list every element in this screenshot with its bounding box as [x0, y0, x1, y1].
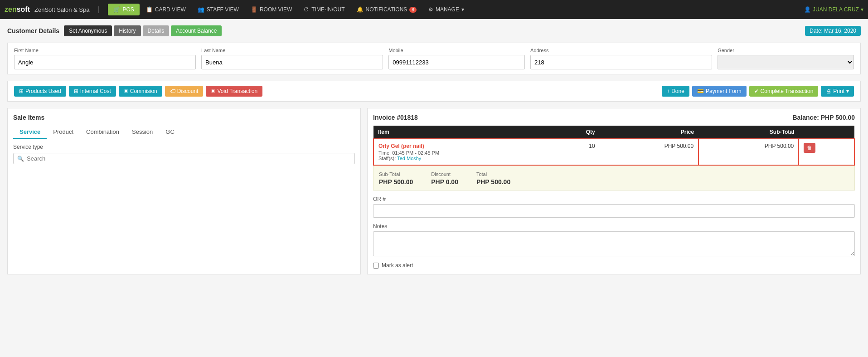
total-label: Total	[476, 171, 487, 177]
nav-staff-view[interactable]: 👥 STAFF VIEW	[192, 4, 244, 15]
first-name-group: First Name	[14, 48, 196, 69]
print-button[interactable]: 🖨 Print ▾	[821, 86, 854, 97]
commission-button[interactable]: ✖ Commision	[119, 86, 162, 97]
item-staff: Staff(s): Ted Mosby	[378, 156, 548, 161]
search-icon: 🔍	[17, 156, 24, 162]
or-label: OR #	[373, 196, 855, 202]
main-content: Customer Details Set Anonymous History D…	[0, 19, 868, 281]
nav-notifications[interactable]: 🔔 NOTIFICATIONS 8	[351, 4, 422, 15]
brand-name: ZenSoft Salon & Spa	[34, 6, 99, 13]
total-group: Total PHP 500.00	[476, 171, 510, 186]
col-price: Price	[600, 126, 699, 139]
customer-form: First Name Last Name Mobile Address Gend…	[7, 43, 861, 74]
user-icon: 👤	[804, 6, 811, 13]
account-balance-button[interactable]: Account Balance	[171, 25, 222, 36]
nav-card-view[interactable]: 📋 CARD VIEW	[141, 4, 191, 15]
date-badge: Date: Mar 16, 2020	[805, 26, 861, 36]
void-transaction-button[interactable]: ✖ Void Transaction	[206, 86, 262, 97]
complete-transaction-button[interactable]: ✔ Complete Transaction	[749, 86, 819, 97]
item-qty: 10	[553, 139, 599, 165]
commission-icon: ✖	[124, 88, 128, 94]
nav-pos[interactable]: 🛒 POS	[108, 4, 139, 15]
nav-items: 🛒 POS 📋 CARD VIEW 👥 STAFF VIEW 🚪 ROOM VI…	[108, 4, 804, 15]
address-label: Address	[530, 48, 712, 53]
user-menu[interactable]: 👤 JUAN DELA CRUZ ▾	[804, 6, 863, 13]
set-anonymous-button[interactable]: Set Anonymous	[64, 25, 112, 36]
tab-gc[interactable]: GC	[159, 126, 181, 139]
col-subtotal: Sub-Total	[698, 126, 799, 139]
action-buttons-row: ⊞ Products Used ⊞ Internal Cost ✖ Commis…	[7, 81, 861, 102]
pos-icon: 🛒	[113, 6, 120, 13]
discount-button[interactable]: 🏷 Discount	[165, 86, 204, 97]
invoice-panel: Invoice #01818 Balance: PHP 500.00 Item …	[367, 108, 861, 274]
invoice-table: Item Qty Price Sub-Total Orly Gel (per n…	[373, 126, 855, 166]
nav-time-in-out[interactable]: ⏱ TIME-IN/OUT	[298, 4, 350, 15]
sale-items-title: Sale Items	[13, 114, 355, 121]
tab-product[interactable]: Product	[47, 126, 80, 139]
sale-items-tabs: Service Product Combination Session GC	[13, 126, 355, 139]
address-group: Address	[530, 48, 712, 69]
tab-session[interactable]: Session	[126, 126, 159, 139]
notification-icon: 🔔	[357, 6, 364, 13]
right-action-buttons: + Done 💳 Payment Form ✔ Complete Transac…	[662, 86, 854, 97]
notes-textarea[interactable]	[373, 231, 855, 256]
manage-dropdown-icon: ▾	[461, 6, 464, 13]
complete-label: Complete Transaction	[761, 88, 814, 94]
nav-room-view[interactable]: 🚪 ROOM VIEW	[245, 4, 297, 15]
gender-label: Gender	[718, 48, 854, 53]
print-dropdown-icon: ▾	[846, 88, 849, 94]
complete-icon: ✔	[754, 88, 759, 94]
discount-label: Discount	[177, 88, 199, 94]
details-button[interactable]: Details	[143, 25, 170, 36]
first-name-label: First Name	[14, 48, 196, 53]
discount-label: Discount	[431, 171, 451, 177]
commission-label: Commision	[130, 88, 157, 94]
notes-section: Notes	[373, 223, 855, 258]
app-logo: zensoft	[5, 5, 30, 14]
item-description: Orly Gel (per nail) Time: 01:45 PM - 02:…	[373, 139, 553, 165]
last-name-input[interactable]	[201, 55, 383, 69]
history-button[interactable]: History	[114, 25, 141, 36]
or-input[interactable]	[373, 204, 855, 218]
invoice-number: Invoice #01818	[373, 114, 418, 121]
last-name-group: Last Name	[201, 48, 383, 69]
tab-service[interactable]: Service	[13, 126, 47, 139]
products-used-icon: ⊞	[19, 88, 24, 94]
col-qty: Qty	[553, 126, 599, 139]
gender-group: Gender Male Female	[718, 48, 854, 69]
address-input[interactable]	[530, 55, 712, 69]
item-name: Orly Gel (per nail)	[378, 143, 548, 149]
internal-cost-icon: ⊞	[74, 88, 78, 94]
tab-combination[interactable]: Combination	[80, 126, 126, 139]
col-item: Item	[373, 126, 553, 139]
search-box[interactable]: 🔍	[13, 153, 355, 164]
nav-room-view-label: ROOM VIEW	[260, 6, 292, 13]
nav-time-label: TIME-IN/OUT	[311, 6, 344, 13]
staff-view-icon: 👥	[198, 6, 204, 13]
delete-item-button[interactable]: 🗑	[804, 143, 815, 153]
mark-alert-checkbox[interactable]	[373, 263, 379, 269]
time-icon: ⏱	[304, 6, 309, 13]
col-actions	[799, 126, 854, 139]
mark-alert-row: Mark as alert	[373, 262, 855, 269]
staff-name-link[interactable]: Ted Mosby	[397, 156, 421, 161]
user-name: JUAN DELA CRUZ	[813, 6, 859, 13]
discount-value: PHP 0.00	[431, 178, 458, 186]
internal-cost-button[interactable]: ⊞ Internal Cost	[69, 86, 116, 97]
body-row: Sale Items Service Product Combination S…	[7, 108, 861, 274]
first-name-input[interactable]	[14, 55, 196, 69]
payment-form-label: Payment Form	[706, 88, 742, 94]
done-button[interactable]: + Done	[662, 86, 689, 97]
service-type-label: Service type	[13, 144, 355, 150]
mobile-input[interactable]	[388, 55, 525, 69]
nav-manage[interactable]: ⚙ MANAGE ▾	[423, 4, 470, 15]
item-subtotal: PHP 500.00	[698, 139, 799, 165]
nav-pos-label: POS	[122, 6, 134, 13]
invoice-header: Invoice #01818 Balance: PHP 500.00	[373, 114, 855, 121]
payment-form-button[interactable]: 💳 Payment Form	[692, 86, 747, 97]
products-used-button[interactable]: ⊞ Products Used	[14, 86, 66, 97]
search-input[interactable]	[27, 155, 351, 162]
gender-select[interactable]: Male Female	[718, 55, 854, 69]
payment-icon: 💳	[697, 88, 704, 94]
discount-icon: 🏷	[170, 88, 175, 94]
